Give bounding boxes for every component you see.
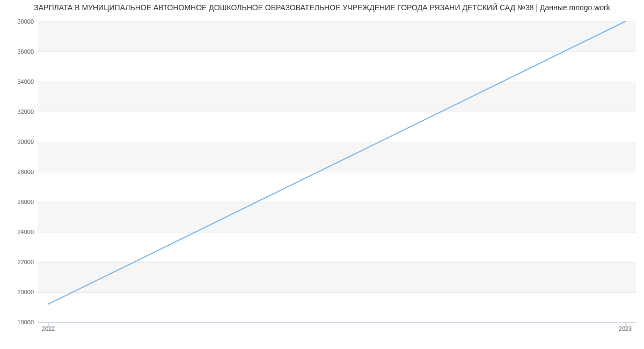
x-axis-line: [38, 322, 636, 323]
x-tick-label: 2023: [619, 325, 632, 332]
y-tick-label: 18000: [17, 319, 34, 325]
y-tick-label: 28000: [17, 169, 34, 175]
y-tick-label: 20000: [17, 289, 34, 295]
plot-area: [38, 21, 636, 322]
chart-title: ЗАРПЛАТА В МУНИЦИПАЛЬНОЕ АВТОНОМНОЕ ДОШК…: [0, 3, 644, 12]
y-tick-label: 32000: [17, 108, 34, 115]
y-tick-label: 30000: [17, 139, 34, 145]
x-tick-label: 2022: [42, 325, 55, 332]
y-tick-label: 26000: [17, 199, 34, 205]
y-tick-label: 24000: [17, 229, 34, 235]
line-series-svg: [38, 21, 636, 322]
y-tick-label: 38000: [17, 18, 34, 25]
y-tick-label: 22000: [17, 259, 34, 265]
y-tick-label: 34000: [17, 78, 34, 85]
y-tick-label: 36000: [17, 48, 34, 55]
line-series-path: [48, 21, 625, 304]
